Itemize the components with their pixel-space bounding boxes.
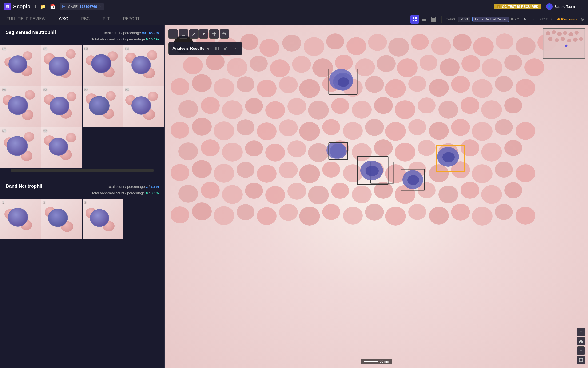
- svg-rect-191: [214, 34, 216, 36]
- cell-num-89: 89: [2, 129, 6, 133]
- svg-point-36: [227, 58, 247, 77]
- svg-rect-199: [224, 48, 227, 50]
- home-zoom-button[interactable]: [577, 337, 585, 345]
- svg-point-72: [265, 101, 285, 119]
- svg-rect-189: [214, 32, 216, 34]
- svg-point-156: [299, 207, 320, 226]
- zoom-region-button[interactable]: [220, 29, 229, 39]
- share-icon[interactable]: ↑: [34, 4, 36, 9]
- user-avatar: 👤: [546, 3, 553, 10]
- scroll-track[interactable]: [1, 169, 163, 172]
- svg-text:S: S: [6, 5, 8, 9]
- cell-num-86: 86: [43, 88, 47, 91]
- zoom-out-button[interactable]: −: [577, 346, 585, 355]
- cell-num-81: 81: [2, 47, 6, 50]
- svg-point-154: [257, 207, 277, 225]
- band-cell-item-2[interactable]: 2: [41, 199, 82, 239]
- svg-point-118: [192, 160, 212, 178]
- svg-point-159: [365, 204, 384, 221]
- cell-item-85[interactable]: 85: [0, 86, 41, 127]
- svg-point-116: [504, 140, 522, 156]
- fit-button[interactable]: [577, 356, 585, 364]
- draw-tool-button[interactable]: [189, 29, 199, 39]
- settings-button[interactable]: ⚙: [580, 17, 584, 22]
- analysis-expand-button[interactable]: [213, 45, 220, 52]
- svg-point-103: [222, 143, 243, 162]
- svg-rect-214: [579, 358, 583, 362]
- svg-point-129: [429, 164, 449, 182]
- tag-mds[interactable]: MDS: [458, 17, 470, 22]
- cell-item-88[interactable]: 88: [123, 86, 164, 127]
- svg-point-90: [299, 122, 320, 141]
- zoom-controls: + −: [577, 328, 585, 364]
- zoom-in-button[interactable]: +: [577, 328, 585, 336]
- svg-rect-13: [422, 20, 426, 21]
- view-grid-button[interactable]: [410, 15, 419, 24]
- nav-item-rbc[interactable]: RBC: [75, 13, 96, 25]
- band-cell-item-1[interactable]: 1: [0, 199, 41, 239]
- app-name: Scopio: [13, 4, 30, 10]
- svg-rect-9: [412, 19, 414, 21]
- box-tool-button[interactable]: [179, 29, 188, 39]
- cell-item-90[interactable]: 90: [41, 127, 82, 168]
- svg-point-92: [343, 122, 363, 140]
- svg-rect-185: [171, 32, 175, 36]
- view-list-button[interactable]: [420, 15, 428, 24]
- svg-point-181: [442, 152, 455, 162]
- svg-point-19: [240, 34, 258, 50]
- cell-item-87[interactable]: 87: [83, 86, 123, 127]
- svg-point-158: [343, 207, 363, 225]
- tag-large-medical[interactable]: Large Medical Center: [472, 17, 509, 22]
- nav-item-report[interactable]: REPORT: [116, 13, 146, 25]
- svg-point-39: [292, 56, 311, 73]
- svg-point-114: [461, 139, 479, 156]
- segmented-neutrophil-title: Segmented Neutrophil: [6, 30, 56, 35]
- top-bar-actions: ↑ 📁 📅: [34, 4, 56, 9]
- more-button[interactable]: ⋮: [579, 4, 584, 9]
- cell-item-83[interactable]: 83: [83, 45, 123, 86]
- cell-item-81[interactable]: 81: [0, 45, 41, 86]
- svg-point-85: [192, 118, 212, 136]
- svg-point-93: [365, 119, 384, 136]
- cell-item-89[interactable]: 89: [0, 127, 41, 168]
- status-label: STATUS:: [539, 17, 554, 21]
- calendar-icon[interactable]: 📅: [50, 4, 56, 9]
- cell-item-82[interactable]: 82: [41, 45, 82, 86]
- svg-point-49: [504, 55, 522, 71]
- nav-item-wbc[interactable]: WBC: [52, 13, 75, 25]
- svg-point-209: [561, 37, 565, 41]
- nav-item-plt[interactable]: PLT: [96, 13, 116, 25]
- svg-point-87: [237, 119, 255, 135]
- svg-point-57: [299, 79, 320, 98]
- cell-item-84[interactable]: 84: [123, 45, 164, 86]
- cell-num-84: 84: [125, 47, 129, 50]
- nav-item-full-field-review[interactable]: FULL FIELD REVIEW: [0, 13, 52, 25]
- cell-item-86[interactable]: 86: [41, 86, 82, 127]
- analysis-expand-chevron-button[interactable]: [231, 45, 238, 52]
- minimap[interactable]: [543, 28, 585, 59]
- folder-icon[interactable]: 📁: [40, 4, 46, 9]
- segmented-neutrophil-stats: Total count / percentage 90 / 45.0% Tota…: [91, 30, 159, 42]
- band-total-abnormal-label: Total abnormal count: [91, 191, 124, 195]
- band-cell-num-2: 2: [43, 200, 45, 204]
- svg-point-177: [338, 77, 349, 87]
- status-badge: Reviewing: [557, 17, 579, 21]
- scroll-thumb[interactable]: [11, 169, 154, 172]
- grid-toggle-button[interactable]: [209, 29, 219, 39]
- analysis-cursor-button[interactable]: [204, 45, 211, 52]
- qc-badge: ! QC TEST IS REQUIRED: [494, 4, 541, 9]
- qc-icon: !: [497, 5, 500, 9]
- analysis-delete-button[interactable]: [222, 45, 229, 52]
- case-tab[interactable]: CASE 178196769 ×: [60, 3, 104, 10]
- nav-bar: FULL FIELD REVIEW WBC RBC PLT REPORT TAG…: [0, 13, 588, 25]
- svg-point-102: [201, 139, 220, 156]
- svg-point-96: [429, 122, 449, 140]
- svg-point-20: [259, 39, 279, 57]
- draw-dropdown-button[interactable]: ▾: [199, 29, 208, 39]
- case-close-button[interactable]: ×: [99, 4, 101, 9]
- select-tool-button[interactable]: [168, 29, 178, 39]
- svg-point-117: [171, 164, 189, 181]
- view-full-button[interactable]: [429, 15, 438, 24]
- svg-point-104: [245, 140, 263, 156]
- band-cell-item-3[interactable]: 3: [83, 199, 123, 239]
